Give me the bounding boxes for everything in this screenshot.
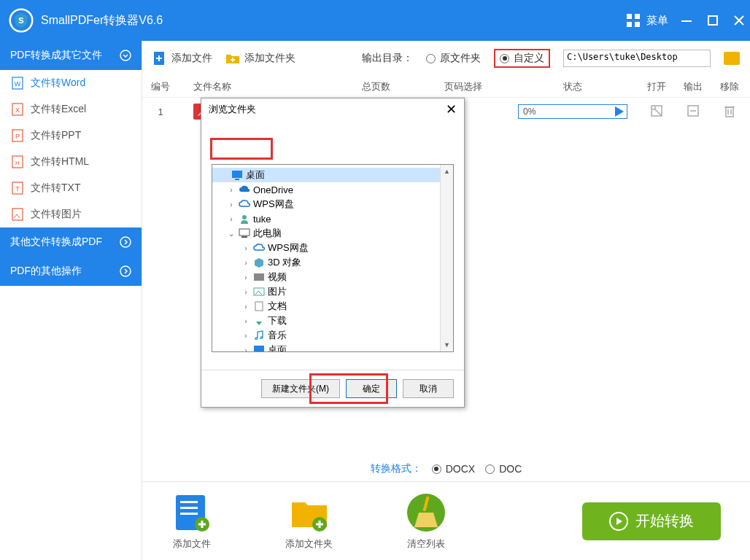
dialog-button-row: 新建文件夹(M) 确定 取消	[201, 370, 464, 407]
tree-label: 桌面	[268, 343, 287, 352]
browse-folder-button[interactable]	[724, 52, 740, 65]
ok-button[interactable]: 确定	[346, 379, 397, 398]
add-file-icon	[152, 51, 167, 66]
tree-thispc[interactable]: ⌄此电脑	[212, 226, 453, 241]
titlebar-right: 菜单	[626, 13, 744, 28]
svg-rect-55	[239, 229, 250, 236]
output-icon[interactable]	[686, 104, 700, 118]
svg-rect-52	[232, 171, 242, 178]
add-file-big-icon	[171, 492, 212, 533]
svg-rect-39	[180, 501, 198, 503]
tree-onedrive[interactable]: ›OneDrive	[212, 182, 453, 197]
sidebar-group-pdf-other-ops[interactable]: PDF的其他操作	[0, 257, 142, 286]
progress-bar[interactable]: 0%	[518, 104, 627, 119]
tree-pictures[interactable]: ›图片	[212, 284, 453, 299]
svg-rect-4	[627, 22, 632, 27]
add-file-button[interactable]: 添加文件	[152, 51, 212, 66]
item-label: 文件转HTML	[31, 155, 89, 168]
col-rm: 移除	[711, 80, 748, 93]
radio-label: 自定义	[514, 52, 544, 65]
sidebar: PDF转换成其它文件 W 文件转Word X 文件转Excel P 文件转PPT…	[0, 41, 142, 560]
doc-image-icon	[12, 208, 23, 221]
sidebar-item-ppt[interactable]: P 文件转PPT	[0, 122, 142, 149]
bottom-clear-list[interactable]: 清空列表	[406, 492, 446, 551]
sidebar-item-html[interactable]: H 文件转HTML	[0, 149, 142, 175]
sidebar-group-pdf-to-other[interactable]: PDF转换成其它文件	[0, 41, 142, 70]
tree-videos[interactable]: ›视频	[212, 270, 453, 284]
radio-label: 原文件夹	[440, 52, 481, 65]
svg-rect-53	[235, 179, 239, 180]
output-path-input[interactable]: C:\Users\tuke\Desktop	[563, 50, 711, 67]
collapse-icon	[120, 50, 131, 61]
col-sel: 页码选择	[420, 80, 507, 93]
radio-icon	[500, 54, 509, 63]
col-out: 输出	[675, 80, 711, 93]
add-folder-button[interactable]: 添加文件夹	[225, 51, 295, 66]
expand-icon	[120, 265, 131, 277]
radio-custom-folder[interactable]: 自定义	[494, 49, 550, 68]
svg-rect-58	[254, 273, 264, 281]
sidebar-item-excel[interactable]: X 文件转Excel	[0, 96, 142, 122]
tree-scrollbar[interactable]: ▲ ▼	[440, 165, 453, 351]
tree-docs[interactable]: ›文档	[212, 299, 453, 314]
tree-downloads[interactable]: ›下载	[212, 314, 453, 328]
pictures-icon	[253, 287, 265, 297]
start-convert-button[interactable]: 开始转换	[582, 502, 721, 540]
tree-label: 图片	[268, 285, 287, 298]
cloud-icon	[239, 184, 250, 195]
bottom-add-file[interactable]: 添加文件	[171, 492, 212, 551]
svg-text:H: H	[15, 160, 20, 166]
bottom-add-folder[interactable]: 添加文件夹	[285, 492, 333, 551]
tree-label: OneDrive	[253, 184, 293, 195]
close-button[interactable]	[734, 15, 744, 26]
sidebar-item-image[interactable]: 文件转图片	[0, 201, 142, 228]
expand-icon	[120, 236, 131, 248]
col-state: 状态	[507, 80, 638, 93]
window-controls	[681, 15, 744, 26]
maximize-button[interactable]	[708, 15, 718, 26]
tree-desktop[interactable]: 桌面	[212, 168, 453, 182]
format-label: 转换格式：	[371, 462, 422, 475]
menu-label: 菜单	[646, 14, 668, 28]
svg-rect-62	[254, 346, 264, 352]
tree-desktop2[interactable]: ›桌面	[212, 343, 453, 352]
remove-icon[interactable]	[722, 104, 737, 118]
scroll-down-icon[interactable]: ▼	[441, 338, 453, 351]
svg-marker-61	[256, 316, 262, 325]
video-icon	[253, 272, 265, 282]
tree-music[interactable]: ›音乐	[212, 328, 453, 343]
item-label: 文件转TXT	[31, 182, 80, 195]
tree-user[interactable]: ›tuke	[212, 211, 453, 226]
sidebar-group-other-to-pdf[interactable]: 其他文件转换成PDF	[0, 228, 142, 257]
dialog-titlebar: 浏览文件夹 ✕	[201, 98, 464, 120]
sidebar-item-txt[interactable]: T 文件转TXT	[0, 175, 142, 201]
cancel-button[interactable]: 取消	[403, 379, 454, 398]
svg-rect-41	[180, 513, 198, 515]
svg-marker-57	[255, 258, 263, 268]
tree-label: WPS网盘	[268, 241, 309, 254]
toolbar: 添加文件 添加文件夹 输出目录： 原文件夹 自定义 C:\Users\tuke\…	[142, 41, 750, 76]
tree-wps[interactable]: ›WPS网盘	[212, 197, 453, 211]
radio-original-folder[interactable]: 原文件夹	[426, 52, 481, 65]
format-doc[interactable]: DOC	[485, 463, 522, 475]
svg-line-31	[655, 109, 662, 116]
format-docx[interactable]: DOCX	[432, 463, 475, 475]
new-folder-button[interactable]: 新建文件夹(M)	[261, 379, 340, 398]
sidebar-item-word[interactable]: W 文件转Word	[0, 70, 142, 96]
tree-3dobjects[interactable]: ›3D 对象	[212, 255, 453, 270]
dialog-close-button[interactable]: ✕	[446, 101, 457, 117]
add-folder-icon	[225, 51, 240, 66]
btn-label: 添加文件	[171, 52, 212, 65]
open-icon[interactable]	[649, 104, 664, 118]
app-logo-icon: S	[9, 8, 34, 33]
group-label: PDF的其他操作	[10, 265, 82, 278]
play-icon	[615, 106, 624, 117]
svg-text:X: X	[15, 106, 20, 114]
scroll-up-icon[interactable]: ▲	[441, 165, 453, 178]
menu-button[interactable]: 菜单	[626, 13, 668, 28]
group-label: PDF转换成其它文件	[10, 49, 102, 62]
tree-wps2[interactable]: ›WPS网盘	[212, 241, 453, 255]
svg-marker-51	[616, 518, 622, 525]
radio-label: DOCX	[446, 463, 475, 475]
minimize-button[interactable]	[681, 15, 692, 26]
